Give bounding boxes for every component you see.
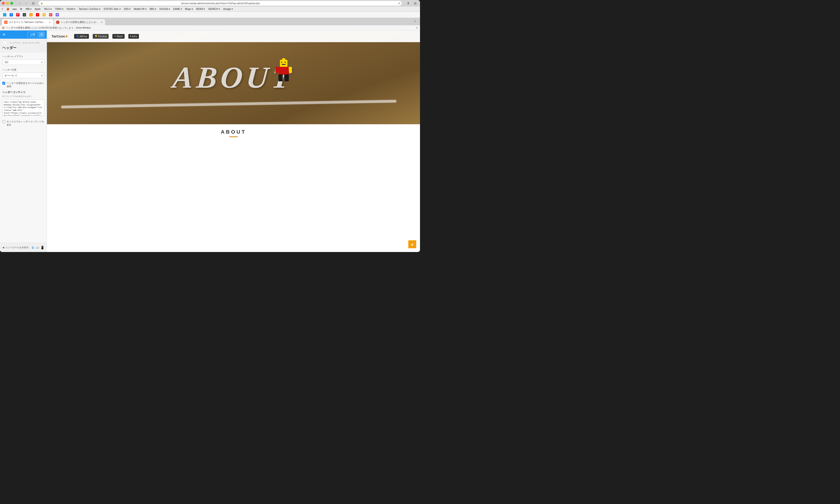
- bookmark-facebook[interactable]: f: [8, 13, 14, 17]
- forward-nav-button[interactable]: ›: [23, 1, 29, 5]
- mobile-only-checkbox[interactable]: [2, 82, 5, 85]
- tab-2-close[interactable]: ✕: [101, 21, 103, 24]
- mobile-view-icon[interactable]: 📱: [40, 246, 44, 249]
- customizer-close-button[interactable]: ✕: [2, 32, 5, 37]
- bookmark-7[interactable]: ♦: [48, 13, 53, 17]
- customizer-footer: ◀ コントロールを非表示 🖥 ▭ 📱: [0, 242, 47, 252]
- sidebar-toggle-icon[interactable]: ⊞: [32, 1, 35, 5]
- tab-2[interactable]: 🐒 ヘッダーの背景を透明にしたいがv5.0.8で白背景になってしまう – Sno…: [54, 19, 105, 25]
- lego-leg-right: [285, 74, 289, 82]
- customizer-body: ヘッダーレイアウト 1行 ▾ ヘッダー位置 オーバレイ: [0, 53, 47, 242]
- header-layout-select[interactable]: 1行: [2, 59, 44, 65]
- lock-icon: 🔒: [40, 2, 43, 4]
- panel-title: ヘッダー: [0, 45, 47, 53]
- menu-blogs[interactable]: Blogs ▾: [184, 7, 194, 11]
- bookmark-5[interactable]: ●: [35, 13, 40, 17]
- url-bar[interactable]: 🔒 tarcoon.me/wp-admin/customize.php?retu…: [38, 1, 402, 6]
- nav-item-about[interactable]: 👤 ABOut: [74, 34, 89, 39]
- header-content-title: ヘッダーコンテンツ: [2, 90, 44, 94]
- settings-button[interactable]: ⚙: [39, 32, 44, 37]
- tab-2-title: ヘッダーの背景を透明にしたいがv5.0.8で白背景になってしまう – Snow …: [61, 21, 98, 24]
- tablet-view-icon[interactable]: ▭: [36, 246, 39, 249]
- header-content-group: ヘッダーコンテンツ PC サイズでのみ表示されます。 <div class="w…: [2, 90, 44, 117]
- header-position-select[interactable]: オーバレイ: [2, 73, 44, 78]
- maximize-traffic-light[interactable]: [10, 2, 13, 5]
- tab-1-close[interactable]: ✕: [49, 21, 51, 24]
- header-layout-select-wrapper: 1行 ▾: [2, 59, 44, 65]
- menu-news[interactable]: NEWS ▾: [195, 7, 206, 11]
- menu-apple[interactable]: Apple: [33, 7, 42, 11]
- minimize-traffic-light[interactable]: [6, 2, 9, 5]
- nav-blog-text: BIoG: [117, 35, 123, 38]
- bookmark-8[interactable]: ◆: [54, 13, 60, 17]
- preview-container: TarCoon★ 👤 ABOut 💡 ProJect ✏ BIoG: [47, 31, 420, 252]
- site-logo: TarCoon★: [52, 34, 68, 38]
- menu-game[interactable]: GAME ▾: [172, 7, 183, 11]
- nav-about-text: ABOut: [80, 35, 87, 38]
- menu-app[interactable]: ●●●: [11, 7, 18, 11]
- menu-douga[interactable]: DOUGA ▾: [158, 7, 171, 11]
- close-traffic-light[interactable]: [2, 2, 5, 5]
- section-title: ABOUT: [221, 129, 246, 135]
- bookmark-instagram[interactable]: ◎: [22, 13, 27, 17]
- publish-button[interactable]: 公開: [28, 32, 38, 37]
- menu-systec[interactable]: SYSTEC Intel. ▾: [102, 7, 122, 11]
- apple-menu[interactable]: 🍎: [5, 7, 11, 11]
- menu-tarcoon[interactable]: TarCoon☆CarToon ▾: [77, 7, 102, 11]
- tab-1[interactable]: ★ カスタマイズ: TarCoon☆CarToon -Official Web …: [2, 19, 53, 25]
- menu-cmd[interactable]: ⌘: [19, 7, 24, 11]
- new-tab-button[interactable]: +: [412, 19, 418, 24]
- header-position-group: ヘッダー位置 オーバレイ ▾: [2, 68, 44, 78]
- bookmark-8-icon: ◆: [56, 13, 59, 16]
- tab-1-title: カスタマイズ: TarCoon☆CarToon -Official Web Si…: [9, 21, 47, 24]
- desktop-view-icon[interactable]: 🖥: [31, 246, 34, 249]
- menu-sns[interactable]: SNS ▾: [122, 7, 132, 11]
- menu-tkms[interactable]: TKMS ▾: [53, 7, 65, 11]
- mobile-content-checkbox-row: モバイルでもヘッダーコンテンツを表示: [2, 120, 44, 127]
- back-nav-button[interactable]: ‹: [17, 1, 22, 5]
- reload-icon[interactable]: ↺: [398, 2, 400, 5]
- mobile-content-checkbox[interactable]: [2, 120, 5, 123]
- hero-section: ABOUT: [47, 31, 420, 252]
- bookmark-amazon[interactable]: a: [28, 13, 34, 17]
- tab-bar: ★ カスタマイズ: TarCoon☆CarToon -Official Web …: [0, 18, 420, 25]
- customizer-header: ✕ 公開 ⚙: [0, 31, 47, 39]
- section-divider-line: [229, 137, 238, 137]
- main-content: ✕ 公開 ⚙ ‹ 「レイアウト」をカスタマイズ中 ヘッダー ヘッダーレイアウト: [0, 31, 420, 252]
- menu-valu[interactable]: VALU ▾: [42, 7, 53, 11]
- header-position-label: ヘッダー位置: [2, 68, 44, 72]
- nav-item-blog[interactable]: ✏ BIoG: [113, 34, 125, 39]
- lego-leg-left: [278, 74, 283, 82]
- below-hero-section: ABOUT: [47, 124, 420, 143]
- lego-eye-left: [281, 62, 282, 63]
- about-icon: 👤: [76, 35, 79, 37]
- menu-bbs[interactable]: BBS ▾: [148, 7, 158, 11]
- menu-search[interactable]: SEARCH ▾: [207, 7, 221, 11]
- scroll-top-button[interactable]: ▲: [408, 240, 416, 248]
- bookmark-twitter[interactable]: 🐦: [2, 13, 7, 17]
- bookmark-pinterest[interactable]: P: [15, 13, 21, 17]
- header-layout-group: ヘッダーレイアウト 1行 ▾: [2, 55, 44, 65]
- blog-icon: ✏: [114, 35, 116, 37]
- back-button[interactable]: ‹: [2, 40, 7, 45]
- breadcrumb: 「レイアウト」をカスタマイズ中: [8, 41, 40, 44]
- facebook-icon: f: [10, 13, 13, 16]
- new-tab-button[interactable]: ⊞: [412, 1, 418, 5]
- menu-peerth[interactable]: Peerth ▾: [65, 7, 77, 11]
- bookmark-7-icon: ♦: [49, 13, 52, 16]
- header-content-textarea[interactable]: <div class="wp-block-snow-monkey-blocks-…: [2, 100, 44, 116]
- hide-controls-button[interactable]: ◀ コントロールを非表示: [2, 246, 29, 249]
- menu-storage[interactable]: storage ▾: [222, 7, 234, 11]
- lego-stud: [282, 58, 285, 60]
- twitter-icon: 🐦: [3, 13, 6, 16]
- nav-item-project[interactable]: 💡 ProJect: [93, 34, 109, 39]
- menu-mobile-hp[interactable]: Mobile HP ▾: [132, 7, 148, 11]
- menu-yen[interactable]: ¥€$ ▾: [24, 7, 33, 11]
- bookmark-6[interactable]: ★: [41, 13, 47, 17]
- grid-icon: ⠿: [1, 8, 3, 10]
- share-button[interactable]: ⬆: [406, 1, 411, 5]
- lego-body: [278, 67, 289, 75]
- nav-item-info[interactable]: ℹ InFo: [128, 34, 139, 39]
- breadcrumb-row: ‹ 「レイアウト」をカスタマイズ中: [0, 39, 47, 45]
- notification-close[interactable]: ✕: [416, 26, 418, 30]
